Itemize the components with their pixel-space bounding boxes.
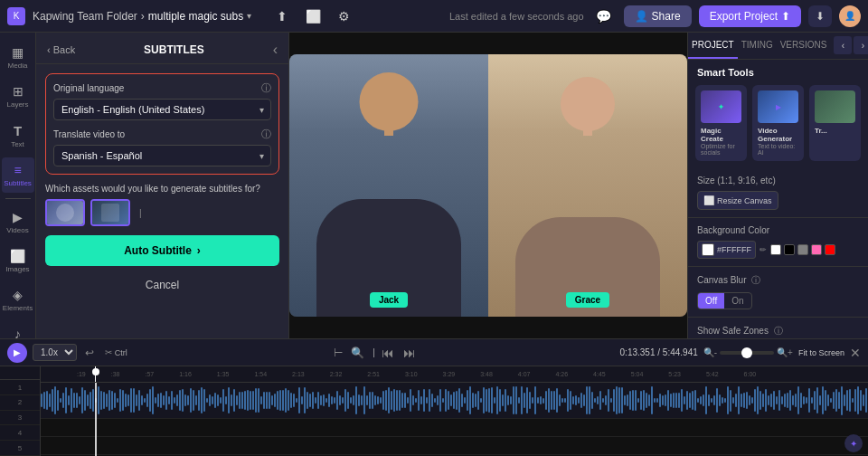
pencil-icon[interactable]: ✏	[760, 245, 767, 254]
back-button[interactable]: ‹ Back	[47, 44, 75, 55]
sidebar-item-media[interactable]: ▦ Media	[2, 40, 34, 75]
color-swatch-red[interactable]	[825, 244, 835, 255]
grace-name-badge: Grace	[566, 292, 609, 308]
auto-subtitle-arrow-icon: ›	[197, 244, 201, 257]
text-label: Text	[11, 140, 24, 148]
color-swatch-white[interactable]	[770, 244, 781, 255]
zoom-slider[interactable]	[720, 351, 774, 355]
split-button[interactable]: ⊢	[331, 345, 345, 361]
prev-frame-button[interactable]: ⏮	[379, 344, 397, 362]
videos-label: Videos	[6, 226, 28, 234]
images-icon: ⬜	[10, 249, 25, 263]
layers-icon: ⊞	[13, 84, 24, 99]
settings-button[interactable]: ⚙	[331, 4, 356, 29]
ruler-mark-600: 6:00	[744, 371, 757, 377]
assets-more-indicator: |	[139, 208, 142, 218]
asset-thumb-2[interactable]	[90, 199, 130, 226]
sidebar-item-layers[interactable]: ⊞ Layers	[2, 79, 34, 114]
monitor-button[interactable]: ⬜	[300, 4, 326, 29]
text-icon: T	[14, 123, 22, 138]
ruler-mark-445: 4:45	[593, 371, 606, 377]
color-swatch-gray[interactable]	[797, 244, 808, 255]
tab-versions[interactable]: VERSIONS	[777, 33, 831, 59]
info-icon-translate: ⓘ	[261, 128, 271, 141]
fit-to-screen-button[interactable]: Fit to Screen	[798, 348, 844, 357]
color-swatch-pink[interactable]	[811, 244, 822, 255]
topbar: K Kapwing Team Folder › multiple magic s…	[0, 0, 868, 33]
canvas-blur-section: Canvas Blur ⓘ Off On	[688, 267, 868, 318]
asset-thumb-1[interactable]	[45, 199, 85, 226]
videos-icon: ▶	[13, 210, 23, 224]
original-lang-select[interactable]: English - English (United States)	[53, 99, 271, 120]
sidebar-item-elements[interactable]: ◈ Elements	[2, 282, 34, 318]
jack-name-badge: Jack	[370, 292, 408, 308]
ruler-mark-407: 4:07	[518, 371, 531, 377]
play-button[interactable]: ▶	[7, 343, 27, 363]
panel-title: SUBTITLES	[75, 43, 273, 56]
user-avatar[interactable]: 👤	[839, 5, 861, 27]
topbar-right: Last edited a few seconds ago 💬 👤 Share …	[449, 4, 861, 29]
video-area: WHAT'S GOING ON Jack	[289, 33, 687, 338]
project-dropdown-icon[interactable]: ▾	[247, 11, 251, 21]
blur-toggle-group: Off On	[697, 292, 752, 309]
ruler-mark-426: 4:26	[555, 371, 568, 377]
panel-nav-prev[interactable]: ‹	[834, 36, 852, 54]
translate-select[interactable]: Spanish - Español	[53, 145, 271, 166]
project-name[interactable]: multiple magic subs	[148, 10, 243, 23]
panel-collapse-button[interactable]: ‹	[273, 42, 278, 58]
ruler-marks-container: :19 :38 :57 1:16 1:35 1:54 2:13 2:32 2:5…	[41, 371, 868, 377]
ruler-mark-542: 5:42	[706, 371, 719, 377]
images-label: Images	[5, 265, 29, 273]
media-icon: ▦	[12, 45, 24, 60]
video-frame: WHAT'S GOING ON Jack	[289, 54, 687, 317]
speed-select[interactable]: 1.0x 0.5x 1.5x 2.0x	[33, 344, 77, 361]
bg-color-label: Background Color	[697, 225, 859, 235]
ai-assist-button[interactable]: ✦	[844, 434, 863, 452]
video-generator-desc: Text to video: AI	[758, 143, 798, 156]
safe-zones-info-icon: ⓘ	[774, 326, 783, 336]
chat-button[interactable]: 💬	[591, 4, 617, 29]
ruler-mark-504: 5:04	[631, 371, 644, 377]
close-timeline-button[interactable]: ✕	[850, 346, 861, 360]
download-button[interactable]: ⬇	[808, 5, 832, 27]
sidebar-item-subtitles[interactable]: ≡ Subtitles	[2, 157, 34, 193]
zoom-in-button[interactable]: 🔍	[348, 345, 367, 361]
next-frame-button[interactable]: ⏭	[401, 344, 419, 362]
tool-video-generator[interactable]: ▶ Video Generator Text to video: AI	[752, 85, 804, 161]
blur-on-button[interactable]: On	[724, 293, 750, 309]
blur-off-button[interactable]: Off	[698, 293, 724, 309]
color-swatch-black[interactable]	[784, 244, 795, 255]
export-button[interactable]: Export Project ⬆	[699, 5, 801, 27]
subtitles-icon: ≡	[14, 163, 21, 177]
sidebar-item-videos[interactable]: ▶ Videos	[2, 204, 34, 240]
timeline-separator: |	[373, 347, 375, 357]
playhead-handle[interactable]	[92, 368, 99, 375]
undo-button[interactable]: ↩	[82, 345, 97, 361]
cut-button[interactable]: ✂ Ctrl	[102, 346, 130, 359]
bg-color-section: Background Color #FFFFFF ✏	[688, 218, 868, 267]
sidebar-item-audio[interactable]: ♪	[2, 321, 34, 338]
ruler-mark-523: 5:23	[668, 371, 681, 377]
media-label: Media	[8, 62, 28, 70]
share-button[interactable]: 👤 Share	[624, 5, 692, 27]
sidebar-item-text[interactable]: T Text	[2, 118, 34, 154]
zoom-controls: 🔍- 🔍+	[703, 347, 793, 357]
sidebar-item-images[interactable]: ⬜ Images	[2, 243, 34, 279]
resize-canvas-button[interactable]: ⬜ Resize Canvas	[697, 191, 778, 210]
auto-subtitle-button[interactable]: Auto Subtitle ›	[45, 235, 279, 266]
tab-timing[interactable]: TIMING	[738, 33, 777, 59]
ruler-mark-232: 2:32	[330, 371, 343, 377]
hex-color-input[interactable]: #FFFFFF	[697, 241, 756, 259]
tool-magic-create[interactable]: ✦ Magic Create Optimize for socials	[695, 85, 747, 161]
ruler-mark-310: 3:10	[405, 371, 418, 377]
cancel-button[interactable]: Cancel	[45, 273, 279, 297]
folder-name[interactable]: Kapwing Team Folder	[33, 10, 137, 23]
canvas-blur-info-icon: ⓘ	[751, 275, 760, 285]
tool-third[interactable]: Tr...	[809, 85, 861, 161]
share-icon: 👤	[635, 10, 648, 23]
tab-project[interactable]: PROJECT	[688, 33, 738, 59]
bg-color-row: #FFFFFF ✏	[697, 241, 859, 259]
upload-button[interactable]: ⬆	[269, 4, 295, 29]
size-label: Size (1:1, 9:16, etc)	[697, 176, 859, 185]
panel-nav-next[interactable]: ›	[854, 36, 868, 54]
